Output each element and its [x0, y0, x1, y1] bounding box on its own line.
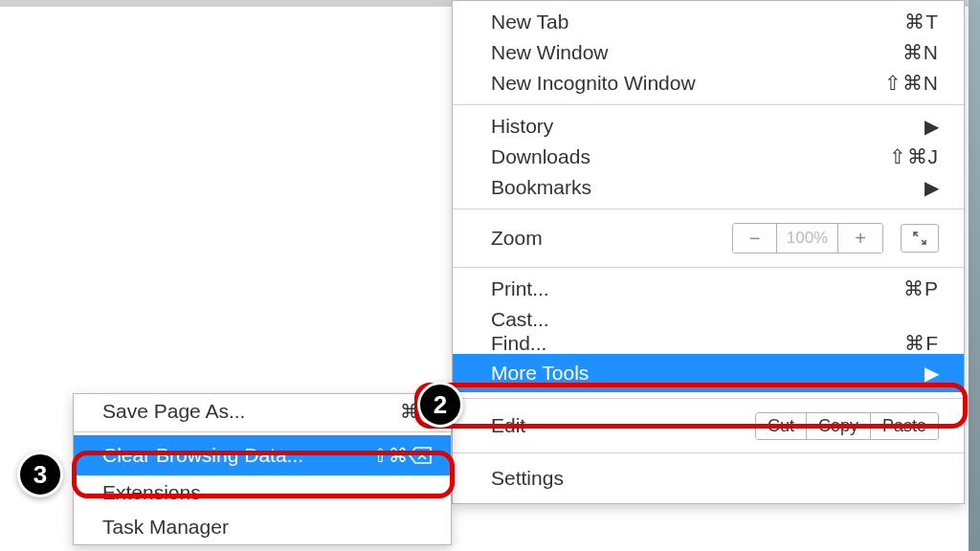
submenu-label: Task Manager — [102, 516, 432, 539]
menu-settings[interactable]: Settings — [453, 459, 964, 497]
shortcut: ⌘F — [904, 335, 939, 354]
menu-label: New Incognito Window — [491, 72, 884, 95]
menu-label: New Window — [491, 41, 902, 64]
submenu-label: Save Page As... — [102, 400, 400, 423]
menu-label: Settings — [491, 467, 939, 490]
submenu-save-page[interactable]: Save Page As... ⌘S — [74, 394, 451, 429]
copy-button[interactable]: Copy — [806, 412, 871, 440]
cut-button[interactable]: Cut — [755, 412, 807, 440]
submenu-task-manager[interactable]: Task Manager — [74, 510, 451, 544]
zoom-in-button[interactable]: + — [838, 224, 882, 253]
menu-print[interactable]: Print... ⌘P — [453, 274, 964, 304]
menu-new-tab[interactable]: New Tab ⌘T — [453, 7, 964, 37]
menu-cast[interactable]: Cast... — [453, 304, 964, 335]
more-tools-submenu: Save Page As... ⌘S Clear Browsing Data..… — [73, 393, 452, 545]
menu-label: Bookmarks — [491, 176, 924, 199]
menu-label: New Tab — [491, 11, 904, 33]
submenu-arrow-icon: ▶ — [924, 362, 939, 385]
annotation-badge-2: 2 — [417, 382, 463, 428]
submenu-extensions[interactable]: Extensions — [74, 475, 451, 510]
submenu-arrow-icon: ▶ — [924, 115, 939, 138]
edit-label: Edit — [491, 414, 755, 437]
zoom-out-button[interactable]: − — [733, 224, 777, 253]
menu-downloads[interactable]: Downloads ⇧⌘J — [453, 142, 964, 172]
zoom-control: − 100% + — [732, 223, 883, 253]
annotation-badge-3: 3 — [17, 452, 63, 497]
submenu-arrow-icon: ▶ — [924, 176, 939, 199]
menu-find[interactable]: Find... ⌘F — [453, 335, 964, 354]
shortcut: ⌘P — [903, 277, 939, 300]
shortcut: ⇧⌘N — [884, 72, 939, 95]
fullscreen-button[interactable] — [901, 224, 939, 253]
menu-label: Find... — [491, 335, 904, 354]
zoom-value: 100% — [777, 224, 838, 253]
chrome-main-menu: New Tab ⌘T New Window ⌘N New Incognito W… — [452, 0, 965, 504]
shortcut: ⌘T — [904, 11, 939, 33]
fullscreen-icon — [912, 231, 927, 246]
menu-new-window[interactable]: New Window ⌘N — [453, 37, 964, 68]
submenu-label: Clear Browsing Data... — [102, 444, 372, 467]
menu-label: Downloads — [491, 145, 889, 168]
menu-history[interactable]: History ▶ — [453, 111, 964, 142]
menu-label: Print... — [491, 277, 903, 300]
menu-edit: Edit Cut Copy Paste — [453, 405, 964, 447]
shortcut: ⌘N — [902, 41, 939, 64]
zoom-label: Zoom — [491, 227, 732, 250]
menu-label: Cast... — [491, 308, 939, 331]
submenu-clear-browsing-data[interactable]: Clear Browsing Data... ⇧⌘ — [74, 435, 451, 475]
menu-new-incognito[interactable]: New Incognito Window ⇧⌘N — [453, 68, 964, 99]
edit-buttons: Cut Copy Paste — [755, 412, 939, 440]
delete-icon — [409, 447, 432, 464]
menu-bookmarks[interactable]: Bookmarks ▶ — [453, 172, 964, 203]
shortcut: ⇧⌘J — [889, 145, 940, 168]
menu-more-tools[interactable]: More Tools ▶ — [453, 354, 964, 392]
paste-button[interactable]: Paste — [870, 412, 939, 440]
shortcut: ⇧⌘ — [372, 444, 432, 467]
menu-label: History — [491, 115, 924, 138]
separator — [74, 431, 451, 432]
desktop-strip — [969, 0, 980, 551]
submenu-label: Extensions — [102, 481, 432, 504]
menu-zoom: Zoom − 100% + — [453, 215, 964, 261]
menu-label: More Tools — [491, 362, 924, 385]
